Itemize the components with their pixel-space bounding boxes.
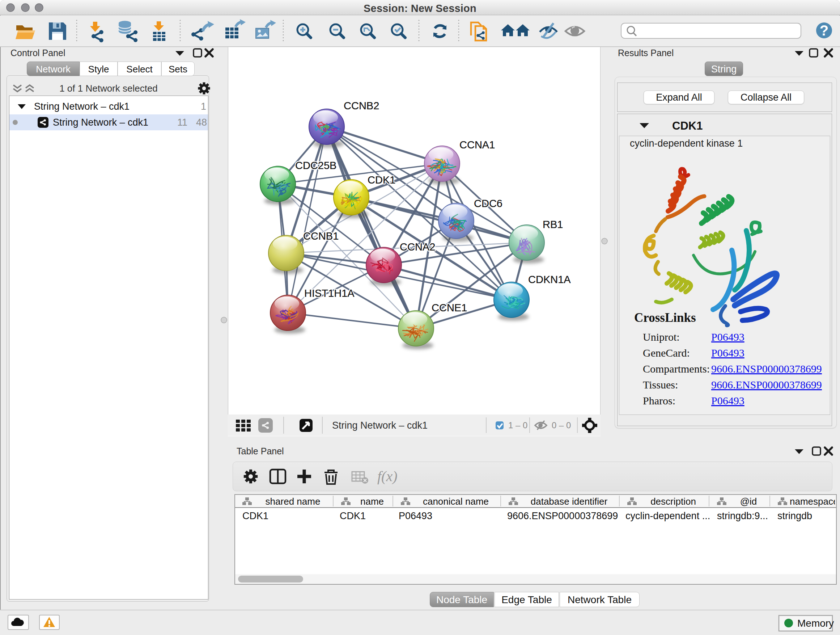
- svg-text:String Network – cdk1: String Network – cdk1: [332, 420, 428, 431]
- svg-text:RB1: RB1: [543, 219, 563, 230]
- svg-text:CCNA1: CCNA1: [459, 139, 495, 150]
- svg-text:f(x): f(x): [377, 468, 398, 485]
- svg-text:HIST1H1A: HIST1H1A: [304, 287, 355, 299]
- svg-text:CDK1: CDK1: [672, 119, 703, 132]
- svg-text:Memory: Memory: [797, 618, 834, 629]
- svg-text:CCNA2: CCNA2: [400, 241, 435, 253]
- svg-text:1 – 0: 1 – 0: [508, 420, 527, 430]
- svg-text:CDC25B: CDC25B: [295, 160, 336, 171]
- svg-text:CCNE1: CCNE1: [431, 302, 467, 314]
- svg-text:0 – 0: 0 – 0: [552, 420, 571, 430]
- svg-text:?: ?: [820, 22, 829, 38]
- svg-text:CDK1: CDK1: [368, 174, 395, 186]
- svg-text:CCNB1: CCNB1: [303, 230, 339, 242]
- svg-text:CDC6: CDC6: [474, 198, 502, 209]
- svg-text:CCNB2: CCNB2: [344, 100, 379, 111]
- svg-text:CDKN1A: CDKN1A: [528, 274, 571, 285]
